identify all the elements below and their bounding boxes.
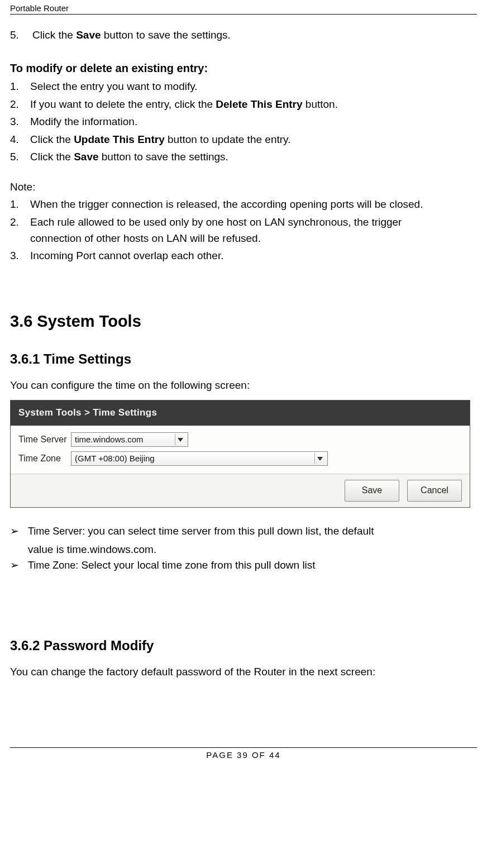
bullet1-line1: you can select time server from this pul… bbox=[88, 525, 374, 537]
modify-step-1: 1. Select the entry you want to modify. bbox=[10, 78, 477, 94]
note-3: 3. Incoming Port cannot overlap each oth… bbox=[10, 247, 477, 264]
time-settings-panel: System Tools > Time Settings Time Server… bbox=[10, 400, 470, 507]
step-5-text: Click the Save button to save the settin… bbox=[32, 27, 477, 43]
bullet-time-server-text: Time Server: you can select time server … bbox=[28, 523, 477, 540]
heading-system-tools: 3.6 System Tools bbox=[10, 309, 477, 334]
modify-step-3: 3. Modify the information. bbox=[10, 113, 477, 130]
bullet-time-server: ➢ Time Server: you can select time serve… bbox=[10, 523, 477, 540]
step-5: 5. Click the Save button to save the set… bbox=[10, 27, 477, 43]
ms5-bold: Save bbox=[74, 151, 98, 163]
heading-password-modify: 3.6.2 Password Modify bbox=[10, 635, 477, 656]
select-time-server[interactable]: time.windows.com bbox=[71, 432, 188, 447]
note-1-text: When the trigger connection is released,… bbox=[30, 196, 477, 212]
modify-step-4: 4. Click the Update This Entry button to… bbox=[10, 131, 477, 147]
label-time-server: Time Server bbox=[18, 435, 71, 445]
step5-pre: Click the bbox=[32, 29, 76, 41]
cancel-button[interactable]: Cancel bbox=[407, 480, 462, 502]
row-time-server: Time Server time.windows.com bbox=[18, 432, 462, 447]
ms2-bold: Delete This Entry bbox=[216, 98, 302, 110]
doc-header: Portable Router bbox=[10, 0, 477, 15]
chevron-down-icon bbox=[175, 434, 185, 445]
step-5-num: 5. bbox=[10, 27, 20, 43]
panel-buttonbar: Save Cancel bbox=[11, 474, 470, 507]
modify-step-5: 5. Click the Save button to save the set… bbox=[10, 149, 477, 165]
note-3-text: Incoming Port cannot overlap each other. bbox=[30, 247, 477, 264]
select-time-server-value: time.windows.com bbox=[75, 433, 144, 446]
modify-step-2-num: 2. bbox=[10, 96, 20, 112]
triangle-bullet-icon: ➢ bbox=[10, 523, 20, 540]
note-3-num: 3. bbox=[10, 247, 20, 264]
select-time-zone[interactable]: (GMT +08:00) Beijing bbox=[71, 451, 328, 466]
ms4-pre: Click the bbox=[30, 133, 74, 145]
select-time-zone-value: (GMT +08:00) Beijing bbox=[75, 452, 155, 465]
bullet2-label: Time Zone: bbox=[28, 560, 81, 571]
time-settings-intro: You can configure the time on the follow… bbox=[10, 377, 477, 393]
note-label: Note: bbox=[10, 179, 477, 195]
note-2-line1: Each rule allowed to be used only by one… bbox=[30, 214, 477, 230]
doc-content: 5. Click the Save button to save the set… bbox=[10, 15, 477, 680]
doc-header-title: Portable Router bbox=[10, 3, 69, 13]
modify-step-5-text: Click the Save button to save the settin… bbox=[30, 149, 477, 165]
bullet1-label: Time Server: bbox=[28, 526, 88, 537]
ms2-pre: If you want to delete the entry, click t… bbox=[30, 98, 216, 110]
modify-step-1-num: 1. bbox=[10, 78, 20, 94]
bullet-time-zone: ➢ Time Zone: Select your local time zone… bbox=[10, 557, 477, 574]
bullet-time-zone-text: Time Zone: Select your local time zone f… bbox=[28, 557, 477, 574]
bullets: ➢ Time Server: you can select time serve… bbox=[10, 523, 477, 574]
modify-heading: To modify or delete an existing entry: bbox=[10, 60, 477, 77]
modify-step-4-num: 4. bbox=[10, 131, 20, 147]
modify-step-3-text: Modify the information. bbox=[30, 113, 477, 130]
ms5-pre: Click the bbox=[30, 151, 74, 163]
ms4-bold: Update This Entry bbox=[74, 133, 165, 145]
ms2-post: button. bbox=[303, 98, 338, 110]
ms5-post: button to save the settings. bbox=[99, 151, 228, 163]
svg-marker-0 bbox=[178, 438, 183, 442]
panel-body: Time Server time.windows.com Time Zone (… bbox=[11, 426, 470, 474]
panel-titlebar: System Tools > Time Settings bbox=[11, 400, 470, 425]
modify-step-5-num: 5. bbox=[10, 149, 20, 165]
bullet1-line2: value is time.windows.com. bbox=[28, 541, 477, 557]
modify-step-2-text: If you want to delete the entry, click t… bbox=[30, 96, 477, 112]
step5-bold: Save bbox=[76, 29, 101, 41]
svg-marker-1 bbox=[317, 457, 323, 461]
note-2-num: 2. bbox=[10, 214, 20, 230]
modify-step-1-text: Select the entry you want to modify. bbox=[30, 78, 477, 94]
note-2: 2. Each rule allowed to be used only by … bbox=[10, 214, 477, 230]
note-1-num: 1. bbox=[10, 196, 20, 212]
step5-post: button to save the settings. bbox=[101, 29, 231, 41]
row-time-zone: Time Zone (GMT +08:00) Beijing bbox=[18, 451, 462, 466]
password-modify-intro: You can change the factory default passw… bbox=[10, 664, 477, 680]
modify-step-3-num: 3. bbox=[10, 113, 20, 130]
modify-step-2: 2. If you want to delete the entry, clic… bbox=[10, 96, 477, 112]
heading-time-settings: 3.6.1 Time Settings bbox=[10, 349, 477, 369]
page-footer: PAGE 39 OF 44 bbox=[10, 747, 477, 765]
note-1: 1. When the trigger connection is releas… bbox=[10, 196, 477, 212]
note-2-line2: connection of other hosts on LAN will be… bbox=[30, 230, 477, 246]
modify-step-4-text: Click the Update This Entry button to up… bbox=[30, 131, 477, 147]
bullet2-rest: Select your local time zone from this pu… bbox=[81, 559, 315, 571]
chevron-down-icon bbox=[314, 453, 325, 464]
triangle-bullet-icon: ➢ bbox=[10, 557, 20, 574]
save-button[interactable]: Save bbox=[345, 480, 399, 502]
ms4-post: button to update the entry. bbox=[165, 133, 291, 145]
label-time-zone: Time Zone bbox=[18, 454, 71, 464]
